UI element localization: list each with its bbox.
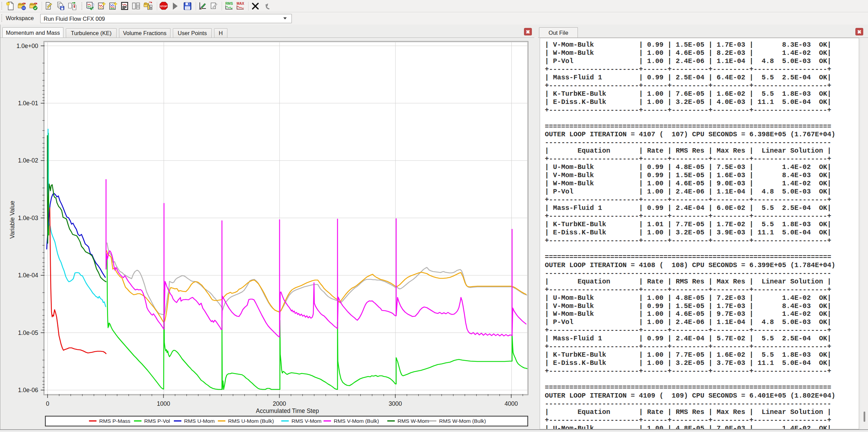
svg-text:MAX: MAX — [237, 2, 244, 5]
svg-text:RMS: RMS — [225, 2, 233, 5]
svg-text:STOP: STOP — [160, 5, 167, 8]
